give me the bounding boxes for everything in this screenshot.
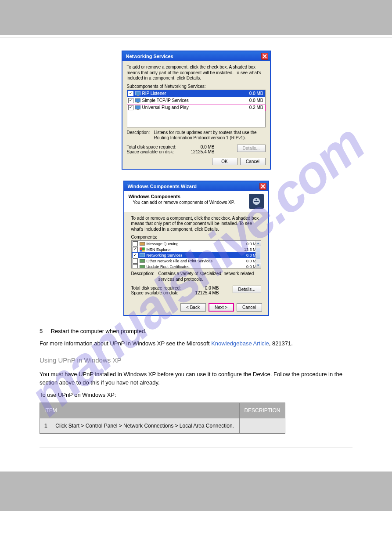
space-required-label: Total disk space required: <box>127 145 184 149</box>
step-text: Click Start > Control Panel > Network Co… <box>55 423 234 429</box>
svg-rect-9 <box>140 242 145 245</box>
wizard-icon <box>249 194 264 209</box>
network-icon <box>135 98 141 103</box>
list-item[interactable]: Universal Plug and Play 0.2 MB <box>127 104 265 111</box>
dialog-title: Windows Components Wizard <box>128 184 197 189</box>
scroll-down-arrow[interactable] <box>256 263 261 268</box>
svg-rect-3 <box>137 102 139 103</box>
checkbox[interactable] <box>133 241 138 247</box>
space-available-label: Space available on disk: <box>127 149 184 154</box>
paragraph-knowledgebase: For more information about UPnP in Windo… <box>40 339 352 348</box>
document-body: 5 Restart the computer when prompted. Fo… <box>40 327 352 447</box>
checkbox[interactable] <box>133 258 138 264</box>
svg-rect-11 <box>142 247 145 250</box>
scrollbar[interactable] <box>255 241 261 268</box>
close-icon <box>263 54 267 58</box>
space-required-label: Total disk space required: <box>131 286 188 290</box>
checkbox[interactable] <box>128 105 133 110</box>
step-5: 5 Restart the computer when prompted. <box>40 327 352 336</box>
list-item[interactable]: Networking Services 0.3 MB <box>132 252 261 258</box>
wizard-header: Windows Components You can add or remove… <box>124 191 268 212</box>
dialog-title: Networking Services <box>126 54 173 59</box>
close-button[interactable] <box>259 183 266 190</box>
checkbox[interactable] <box>133 247 138 252</box>
checkbox[interactable] <box>133 264 138 269</box>
details-button: Details... <box>237 145 266 152</box>
titlebar: Networking Services <box>122 51 270 61</box>
scroll-thumb[interactable] <box>256 248 260 259</box>
item-label: Simple TCP/IP Services <box>142 98 241 103</box>
ok-button[interactable]: OK <box>212 158 237 165</box>
list-label: Subcomponents of Networking Services: <box>127 84 266 89</box>
svg-rect-10 <box>140 247 142 250</box>
description-value: Listens for route updates sent by router… <box>154 130 266 141</box>
instruction-text: To add or remove a component, click the … <box>127 65 266 81</box>
dialog-windows-components-wizard: Windows Components Wizard Windows Compon… <box>123 181 269 316</box>
cancel-button[interactable]: Cancel <box>237 303 262 312</box>
wizard-header-subtitle: You can add or remove components of Wind… <box>133 200 246 205</box>
scroll-up-arrow[interactable] <box>256 241 261 246</box>
instruction-text: To add or remove a component, click the … <box>131 216 261 232</box>
svg-rect-15 <box>140 259 145 262</box>
svg-rect-2 <box>135 98 140 102</box>
list-item[interactable]: Message Queuing 0.0 MB <box>132 241 261 247</box>
subcomponents-list: RIP Listener 0.0 MB Simple TCP/IP Servic… <box>127 90 266 127</box>
step-number: 5 <box>40 327 49 336</box>
bottom-bar <box>0 472 392 511</box>
close-icon <box>261 184 265 189</box>
item-label: RIP Listener <box>142 91 241 96</box>
item-size: 0.0 MB <box>241 91 263 96</box>
svg-rect-7 <box>254 201 259 202</box>
checkbox[interactable] <box>133 253 138 258</box>
components-list: Message Queuing 0.0 MB MSN Explorer 13.5… <box>131 240 261 268</box>
item-size: 0.0 MB <box>241 98 263 103</box>
checkbox[interactable] <box>128 91 133 96</box>
network-icon <box>135 105 141 110</box>
component-icon <box>139 258 145 264</box>
svg-point-8 <box>255 199 257 200</box>
checkbox[interactable] <box>128 98 133 103</box>
item-label: Networking Services <box>147 253 237 258</box>
table-cell-step: 1 Click Start > Control Panel > Network … <box>40 418 240 434</box>
list-item[interactable]: Simple TCP/IP Services 0.0 MB <box>127 97 265 104</box>
space-available-value: 12125.4 MB <box>184 149 215 154</box>
paragraph-upnp-use: To use UPnP on Windows XP: <box>40 391 352 399</box>
space-available-value: 12125.4 MB <box>188 290 219 295</box>
item-label: MSN Explorer <box>147 247 237 252</box>
svg-rect-0 <box>135 91 140 95</box>
list-item[interactable]: Other Network File and Print Services 0.… <box>132 258 261 264</box>
component-icon <box>139 253 145 258</box>
next-button[interactable]: Next > <box>209 303 234 312</box>
svg-rect-4 <box>135 105 140 109</box>
svg-rect-1 <box>137 95 139 96</box>
svg-rect-5 <box>137 109 139 110</box>
network-icon <box>135 91 141 96</box>
description-label: Description: <box>131 271 158 282</box>
details-button[interactable]: Details... <box>233 286 261 293</box>
close-button[interactable] <box>261 53 268 60</box>
space-required-value: 0.0 MB <box>184 145 215 149</box>
step-number: 1 <box>44 422 54 430</box>
list-item[interactable]: RIP Listener 0.0 MB <box>127 90 265 97</box>
space-available-label: Space available on disk: <box>131 290 188 295</box>
component-icon <box>139 247 145 252</box>
section-heading: Using UPnP in Windows XP <box>40 355 352 366</box>
svg-rect-13 <box>142 250 145 251</box>
component-icon <box>139 264 145 269</box>
cancel-button[interactable]: Cancel <box>240 158 266 165</box>
item-size: 0.2 MB <box>241 105 263 110</box>
info-table: ITEM DESCRIPTION 1 Click Start > Control… <box>40 403 285 434</box>
item-label: Update Root Certificates <box>147 265 237 269</box>
list-item[interactable]: Update Root Certificates 0.0 MB <box>132 264 261 268</box>
table-header-description: DESCRIPTION <box>240 403 285 418</box>
dialog-networking-services: Networking Services To add or remove a c… <box>122 51 271 170</box>
page-bottom-border <box>40 447 352 447</box>
list-item[interactable]: MSN Explorer 13.5 MB <box>132 247 261 252</box>
description-value: Contains a variety of specialized, netwo… <box>158 271 261 282</box>
back-button[interactable]: < Back <box>180 303 206 312</box>
titlebar: Windows Components Wizard <box>124 181 268 191</box>
knowledgebase-link[interactable]: Knowledgebase Article <box>211 340 269 347</box>
component-icon <box>139 241 145 247</box>
list-label: Components: <box>131 235 261 239</box>
table-header-item: ITEM <box>40 403 240 418</box>
